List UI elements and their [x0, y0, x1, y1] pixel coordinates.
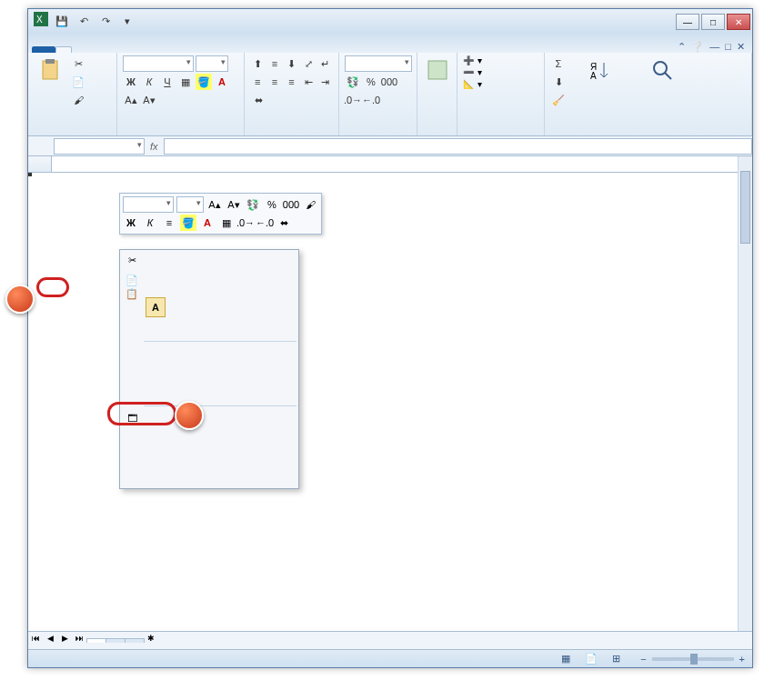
new-sheet-icon[interactable]: ✱ [144, 634, 158, 648]
tab-addins[interactable] [186, 46, 203, 53]
tab-insert[interactable] [72, 46, 88, 53]
cells-delete-button[interactable]: ➖▾ [463, 67, 538, 77]
cells-format-button[interactable]: 📐▾ [463, 79, 538, 89]
number-format-combo[interactable] [345, 55, 412, 72]
wrap-text-icon[interactable]: ↵ [317, 55, 333, 72]
sheet-nav-first-icon[interactable]: ⏮ [28, 634, 43, 648]
font-size-combo[interactable] [196, 55, 228, 72]
border-button[interactable]: ▦ [177, 74, 194, 90]
sheet-nav-prev-icon[interactable]: ◀ [43, 634, 57, 648]
view-normal-icon[interactable]: ▦ [561, 653, 570, 665]
help-icon[interactable]: ❔ [691, 41, 704, 53]
align-right-icon[interactable]: ≡ [284, 74, 299, 90]
close-button[interactable]: ✕ [727, 14, 750, 30]
minimize-button[interactable]: — [676, 14, 699, 30]
ctx-show[interactable] [120, 468, 298, 488]
grow-font-icon[interactable]: A▴ [123, 92, 139, 108]
mt-formatpainter-icon[interactable]: 🖌 [302, 196, 318, 213]
fx-icon[interactable]: fx [150, 141, 158, 152]
worksheet-grid[interactable]: A▴ A▾ 💱 % 000 🖌 Ж К ≡ 🪣 A ▦ .0→ ←.0 ⬌ ✂ … [28, 156, 752, 644]
mt-decdec-icon[interactable]: ←.0 [256, 215, 273, 231]
doc-close-icon[interactable]: ✕ [737, 41, 745, 53]
mt-grow-icon[interactable]: A▴ [206, 196, 223, 213]
indent-dec-icon[interactable]: ⇤ [301, 74, 317, 90]
fill-color-button[interactable]: 🪣 [196, 74, 212, 90]
ctx-format-cells[interactable]: 🗔 [120, 408, 298, 428]
mt-incdec-icon[interactable]: .0→ [237, 215, 254, 231]
align-middle-icon[interactable]: ≡ [267, 55, 283, 72]
styles-button[interactable] [423, 55, 451, 85]
autosum-icon[interactable]: Σ [550, 55, 567, 72]
mt-fill-icon[interactable]: 🪣 [180, 215, 196, 231]
mt-italic-icon[interactable]: К [142, 215, 158, 231]
qat-undo-icon[interactable]: ↶ [75, 13, 92, 29]
paste-keep-formatting-icon[interactable]: А [146, 297, 166, 317]
maximize-button[interactable]: □ [701, 14, 725, 30]
ctx-row-height[interactable] [120, 428, 298, 448]
find-select-button[interactable] [634, 55, 690, 85]
orientation-icon[interactable]: ⤢ [301, 55, 317, 72]
ctx-hide[interactable] [120, 448, 298, 468]
zoom-out-icon[interactable]: − [640, 654, 646, 665]
mt-bold-icon[interactable]: Ж [123, 215, 139, 231]
ribbon-minimize-icon[interactable]: ⌃ [678, 41, 686, 53]
ctx-insert[interactable] [120, 344, 298, 364]
format-painter-icon[interactable]: 🖌 [70, 92, 86, 108]
underline-button[interactable]: Ч [159, 74, 176, 90]
fill-icon[interactable]: ⬇ [550, 74, 567, 90]
font-family-combo[interactable] [123, 55, 194, 72]
mt-font-combo[interactable] [123, 196, 174, 213]
merge-button[interactable]: ⬌ [250, 92, 266, 108]
vertical-scrollbar[interactable] [738, 156, 752, 644]
align-bottom-icon[interactable]: ⬇ [284, 55, 299, 72]
paste-button[interactable] [34, 55, 66, 85]
view-pagebreak-icon[interactable]: ⊞ [612, 653, 620, 665]
name-box[interactable] [54, 138, 145, 155]
cut-icon[interactable]: ✂ [70, 55, 86, 72]
ctx-clear[interactable] [120, 384, 298, 404]
mt-merge-icon[interactable]: ⬌ [276, 215, 292, 231]
clear-icon[interactable]: 🧹 [550, 92, 567, 108]
italic-button[interactable]: К [141, 74, 157, 90]
indent-inc-icon[interactable]: ⇥ [317, 74, 333, 90]
tab-developer[interactable] [170, 46, 186, 53]
qat-save-icon[interactable]: 💾 [54, 13, 70, 29]
sheet-tab-3[interactable] [125, 638, 145, 643]
qat-dropdown-icon[interactable]: ▾ [119, 13, 136, 29]
align-top-icon[interactable]: ⬆ [250, 55, 266, 72]
ctx-cut[interactable]: ✂ [120, 250, 298, 270]
doc-minimize-icon[interactable]: — [709, 41, 719, 53]
shrink-font-icon[interactable]: A▾ [141, 92, 157, 108]
ctx-delete[interactable] [120, 364, 298, 384]
tab-foxit[interactable] [203, 46, 219, 53]
comma-icon[interactable]: 000 [381, 74, 397, 90]
align-center-icon[interactable]: ≡ [267, 74, 283, 90]
tab-data[interactable] [121, 46, 137, 53]
inc-decimal-icon[interactable]: .0→ [345, 92, 361, 108]
zoom-in-icon[interactable]: + [739, 654, 745, 665]
tab-home[interactable] [55, 46, 72, 53]
mt-comma-icon[interactable]: 000 [283, 196, 299, 213]
tab-review[interactable] [137, 46, 154, 53]
mt-align-icon[interactable]: ≡ [161, 215, 177, 231]
zoom-slider[interactable] [652, 657, 734, 661]
ctx-copy[interactable]: 📄 [120, 270, 298, 290]
currency-icon[interactable]: 💱 [345, 74, 361, 90]
sheet-tab-1[interactable] [86, 638, 106, 643]
mt-shrink-icon[interactable]: A▾ [226, 196, 242, 213]
percent-icon[interactable]: % [363, 74, 379, 90]
qat-redo-icon[interactable]: ↷ [97, 13, 114, 29]
zoom-control[interactable]: − + [635, 654, 745, 665]
select-all-corner[interactable] [28, 156, 52, 173]
mt-border-icon[interactable]: ▦ [218, 215, 235, 231]
sheet-nav-next-icon[interactable]: ▶ [57, 634, 72, 648]
copy-icon[interactable]: 📄 [70, 74, 86, 90]
sheet-tab-2[interactable] [106, 638, 126, 643]
tab-layout[interactable] [88, 46, 105, 53]
mt-percent-icon[interactable]: % [264, 196, 280, 213]
cells-insert-button[interactable]: ➕▾ [463, 55, 538, 65]
tab-file[interactable] [32, 46, 55, 53]
formula-input[interactable] [164, 138, 752, 155]
dec-decimal-icon[interactable]: ←.0 [363, 92, 379, 108]
doc-restore-icon[interactable]: □ [725, 41, 731, 53]
